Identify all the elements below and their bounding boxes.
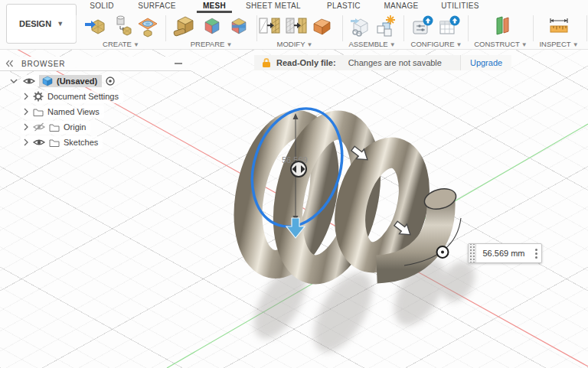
browser-title: BROWSER xyxy=(21,60,65,68)
group-label-inspect[interactable]: INSPECT xyxy=(539,40,570,48)
chevron-down-icon: ▼ xyxy=(226,41,232,48)
dimension-input-box: 56.569 mm xyxy=(468,243,542,263)
chevron-down-icon: ▼ xyxy=(307,41,313,48)
group-label-prepare[interactable]: PREPARE xyxy=(191,40,225,48)
toolbar-separator xyxy=(256,15,257,41)
remesh-icon[interactable] xyxy=(258,15,281,37)
configure-features-icon[interactable] xyxy=(412,15,435,37)
toolbar-group-prepare: PREPARE▼ xyxy=(172,13,251,48)
activate-component-radio[interactable] xyxy=(104,75,116,87)
group-label-construct[interactable]: CONSTRUCT xyxy=(474,40,520,48)
tree-item-label: Named Views xyxy=(47,107,100,116)
toolbar-separator xyxy=(533,15,534,41)
visibility-eye-icon[interactable] xyxy=(21,75,38,88)
group-label-modify[interactable]: MODIFY xyxy=(277,40,305,48)
upgrade-link[interactable]: Upgrade xyxy=(461,55,511,70)
folder-icon xyxy=(33,108,44,116)
construction-plane-icon[interactable] xyxy=(490,15,511,37)
repair-mesh-icon[interactable] xyxy=(172,15,197,37)
gear-icon xyxy=(33,91,44,102)
toolbar: DESIGN ▼ SOLID SURFACE MESH SHEET METAL … xyxy=(0,0,588,50)
toolbar-separator xyxy=(468,15,469,41)
browser-item-named-views[interactable]: Named Views xyxy=(21,104,190,119)
browser-tree: (Unsaved) Document Settings xyxy=(0,73,190,150)
insert-mesh-icon[interactable] xyxy=(84,15,107,37)
tree-item-label: Origin xyxy=(64,122,86,132)
group-label-assemble[interactable]: ASSEMBLE xyxy=(348,40,387,48)
document-name-label: (Unsaved) xyxy=(57,77,97,86)
chevron-down-icon: ▼ xyxy=(390,41,396,48)
workspace-label: DESIGN xyxy=(19,19,51,28)
chevron-down-icon: ▼ xyxy=(133,41,139,48)
toolbar-separator xyxy=(586,15,587,41)
folder-icon xyxy=(49,138,60,147)
browser-item-unsaved[interactable]: (Unsaved) xyxy=(10,73,190,89)
erase-fill-icon[interactable] xyxy=(312,15,332,37)
dimension-value-input[interactable]: 56.569 mm xyxy=(476,244,531,262)
mesh-section-sketch-icon[interactable] xyxy=(136,15,158,37)
face-groups-icon[interactable] xyxy=(201,15,224,37)
chevron-right-icon[interactable] xyxy=(23,123,29,131)
toolbar-group-construct: CONSTRUCT▼ xyxy=(472,13,529,48)
chevron-right-icon[interactable] xyxy=(23,138,29,146)
read-only-title: Read-Only file: xyxy=(276,58,336,67)
browser-item-sketches[interactable]: Sketches xyxy=(21,135,190,150)
tab-solid[interactable]: SOLID xyxy=(90,2,114,10)
chevron-down-icon: ▼ xyxy=(521,41,528,48)
chevron-right-icon[interactable] xyxy=(23,93,29,100)
toolbar-group-modify: MODIFY▼ xyxy=(258,13,332,48)
browser-item-document-settings[interactable]: Document Settings xyxy=(21,89,190,104)
toolbar-group-inspect: INSPECT▼ xyxy=(535,13,583,48)
folder-icon xyxy=(49,123,60,132)
new-component-icon[interactable] xyxy=(349,15,371,37)
browser-panel: BROWSER (Unsaved) xyxy=(0,57,190,150)
toolbar-group-assemble: ASSEMBLE▼ xyxy=(346,13,398,48)
reduce-mesh-icon[interactable] xyxy=(285,15,308,37)
tree-item-label: Sketches xyxy=(64,138,98,147)
tree-item-label: Document Settings xyxy=(47,92,119,101)
read-only-message: Changes are not savable xyxy=(348,58,442,67)
browser-header: BROWSER xyxy=(0,57,190,71)
fusion-app-window: 56.569 DESIGN ▼ SOLID SURFACE MESH SHEET… xyxy=(0,0,588,368)
toolbar-separator xyxy=(403,15,404,41)
convert-to-mesh-icon[interactable] xyxy=(111,15,132,37)
visibility-eye-icon[interactable] xyxy=(33,138,45,147)
chevron-down-icon[interactable] xyxy=(10,77,18,85)
toolbar-separator xyxy=(342,15,343,41)
tab-mesh[interactable]: MESH xyxy=(203,2,226,10)
chevron-down-icon: ▼ xyxy=(57,20,64,28)
collapse-panel-icon[interactable] xyxy=(5,60,14,67)
kebab-menu-icon[interactable] xyxy=(531,244,541,262)
toolbar-group-create: CREATE▼ xyxy=(81,13,161,48)
browser-item-origin[interactable]: Origin xyxy=(21,119,190,135)
measure-icon[interactable] xyxy=(548,15,570,37)
drag-grip-handle[interactable] xyxy=(469,244,476,262)
workspace-switcher-button[interactable]: DESIGN ▼ xyxy=(6,4,77,44)
toolbar-group-configure: CONFIGURE▼ xyxy=(410,13,463,48)
tab-utilities[interactable]: UTILITIES xyxy=(441,2,479,10)
tab-plastic[interactable]: PLASTIC xyxy=(327,2,361,10)
group-label-create[interactable]: CREATE xyxy=(103,40,132,48)
visibility-off-icon[interactable] xyxy=(33,122,45,132)
components-from-bodies-icon[interactable] xyxy=(374,15,396,37)
component-cube-icon xyxy=(42,76,53,86)
lock-icon xyxy=(262,57,271,68)
toolbar-separator xyxy=(76,15,77,41)
minimize-icon[interactable] xyxy=(175,63,182,64)
chevron-right-icon[interactable] xyxy=(23,108,29,116)
configuration-table-icon[interactable] xyxy=(439,15,462,37)
chevron-down-icon: ▼ xyxy=(456,41,462,48)
tab-manage[interactable]: MANAGE xyxy=(384,2,418,10)
tab-sheet-metal[interactable]: SHEET METAL xyxy=(246,2,301,10)
toolbar-separator xyxy=(165,15,166,41)
chevron-down-icon: ▼ xyxy=(573,41,579,48)
face-groups-paint-icon[interactable] xyxy=(227,15,250,37)
tab-surface[interactable]: SURFACE xyxy=(138,2,175,10)
read-only-banner: Read-Only file: Changes are not savable … xyxy=(254,55,511,70)
group-label-configure[interactable]: CONFIGURE xyxy=(411,40,455,48)
